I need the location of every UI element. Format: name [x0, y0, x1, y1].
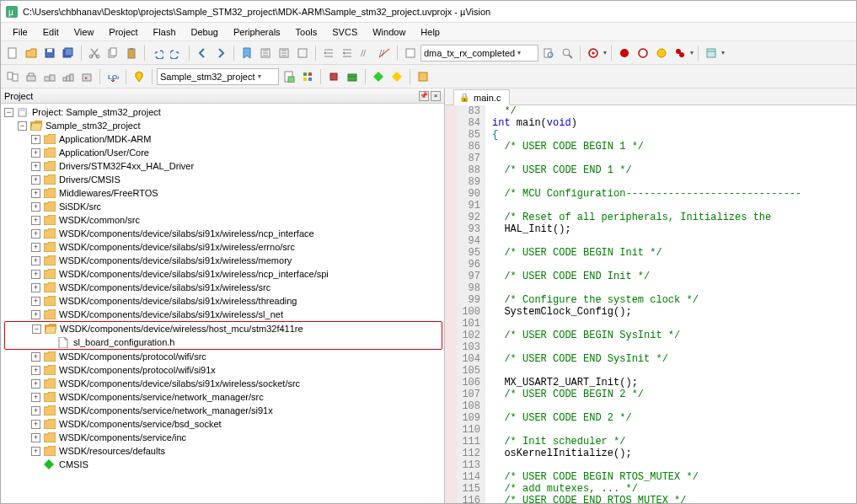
project-tree[interactable]: −Project: Sample_stm32_project−Sample_st… [1, 104, 444, 503]
save-icon[interactable] [41, 45, 58, 62]
menu-item-window[interactable]: Window [366, 25, 412, 39]
nav-forward-icon[interactable] [212, 45, 229, 62]
tree-group[interactable]: +Drivers/STM32F4xx_HAL_Driver [4, 159, 442, 173]
help-icon[interactable] [415, 68, 431, 85]
tree-group[interactable]: +WSDK/components/protocol/wifi/si91x [4, 363, 442, 377]
expand-icon[interactable]: + [31, 352, 40, 362]
menu-item-view[interactable]: View [67, 25, 101, 39]
cut-icon[interactable] [86, 45, 103, 62]
rebuild-icon[interactable] [41, 68, 58, 85]
code-editor[interactable]: 8384858687888990919293949596979899100101… [445, 105, 856, 503]
tree-root[interactable]: −Project: Sample_stm32_project [4, 105, 442, 119]
expand-icon[interactable]: + [31, 379, 40, 389]
tree-group[interactable]: +Application/User/Core [4, 146, 442, 159]
chevron-down-icon[interactable]: ▾ [721, 49, 725, 56]
find-in-files-icon[interactable] [540, 45, 557, 62]
menu-item-help[interactable]: Help [414, 25, 447, 39]
bookmark-next-icon[interactable] [276, 45, 292, 62]
collapse-icon[interactable]: − [18, 121, 27, 131]
expand-icon[interactable]: + [31, 447, 40, 456]
expand-icon[interactable]: + [31, 433, 40, 442]
expand-icon[interactable]: + [31, 202, 40, 212]
tree-group[interactable]: +WSDK/common/src [4, 213, 442, 227]
uncomment-icon[interactable]: // [376, 45, 393, 62]
editor-tab-main-c[interactable]: 🔒 main.c [453, 89, 510, 105]
indent-icon[interactable] [320, 45, 337, 62]
editor-code-lines[interactable]: */int main(void){ /* USER CODE BEGIN 1 *… [485, 105, 801, 503]
breakpoint-enable-icon[interactable] [672, 45, 688, 62]
undo-icon[interactable] [149, 45, 166, 62]
expand-icon[interactable]: + [31, 393, 40, 402]
target-selector[interactable]: Sample_stm32_project ▾ [157, 68, 279, 85]
select-pack-icon[interactable] [325, 68, 342, 85]
tree-group[interactable]: +WSDK/components/device/silabs/si91x/wir… [4, 294, 442, 308]
bookmark-clear-icon[interactable] [294, 45, 311, 62]
expand-icon[interactable]: + [31, 283, 40, 292]
expand-icon[interactable]: + [31, 270, 40, 279]
expand-icon[interactable]: + [31, 256, 40, 265]
tree-group[interactable]: +WSDK/components/device/silabs/si91x/wir… [4, 254, 442, 267]
expand-icon[interactable]: + [31, 189, 40, 198]
menu-item-svcs[interactable]: SVCS [325, 25, 364, 39]
download-icon[interactable]: LOAD [104, 68, 121, 85]
nav-back-icon[interactable] [194, 45, 211, 62]
save-all-icon[interactable] [60, 45, 77, 62]
tree-file[interactable]: sl_board_configuration.h [5, 335, 438, 349]
tree-group[interactable]: +SiSDK/src [4, 200, 442, 213]
unindent-icon[interactable] [339, 45, 356, 62]
target-options-icon[interactable] [131, 68, 147, 85]
chevron-down-icon[interactable]: ▾ [690, 49, 694, 56]
tree-group[interactable]: +WSDK/components/device/silabs/si91x/wir… [4, 308, 442, 321]
expand-icon[interactable]: + [31, 216, 40, 225]
window-layout-icon[interactable] [703, 45, 720, 62]
tree-cmsis[interactable]: CMSIS [4, 458, 442, 471]
diamond-yellow-icon[interactable] [388, 68, 405, 85]
bookmark-prev-icon[interactable] [257, 45, 274, 62]
file-ext-icon[interactable] [281, 68, 297, 85]
expand-icon[interactable]: + [31, 310, 40, 319]
menu-item-edit[interactable]: Edit [36, 25, 66, 39]
expand-icon[interactable]: + [31, 420, 40, 429]
menu-item-file[interactable]: File [6, 25, 35, 39]
menu-item-project[interactable]: Project [102, 25, 144, 39]
pack-installer-icon[interactable] [344, 68, 361, 85]
expand-icon[interactable]: + [31, 175, 40, 185]
tree-group[interactable]: +WSDK/components/service/network_manager… [4, 390, 442, 404]
expand-icon[interactable]: + [31, 297, 40, 306]
tree-group[interactable]: +WSDK/resources/defaults [4, 444, 442, 458]
batch-build-icon[interactable] [60, 68, 77, 85]
menu-item-flash[interactable]: Flash [147, 25, 183, 39]
expand-icon[interactable]: + [31, 162, 40, 171]
tree-group[interactable]: +Drivers/CMSIS [4, 173, 442, 186]
tree-group[interactable]: +WSDK/components/device/silabs/si91x/wir… [4, 240, 442, 254]
tree-group[interactable]: +WSDK/components/protocol/wifi/src [4, 350, 442, 363]
find-combo[interactable]: dma_tx_rx_completed ▾ [420, 45, 538, 62]
copy-icon[interactable] [104, 45, 121, 62]
breakpoint-disable-icon[interactable] [635, 45, 651, 62]
panel-close-icon[interactable]: × [431, 91, 441, 101]
debug-icon[interactable] [585, 45, 602, 62]
menu-item-peripherals[interactable]: Peripherals [227, 25, 287, 39]
tree-group[interactable]: +WSDK/components/device/silabs/si91x/wir… [4, 227, 442, 240]
diamond-green-icon[interactable] [370, 68, 387, 85]
tree-group-open[interactable]: −WSDK/components/device/wireless/host_mc… [5, 322, 438, 335]
expand-icon[interactable]: + [31, 135, 40, 144]
tree-target[interactable]: −Sample_stm32_project [4, 119, 442, 132]
comment-icon[interactable]: // [357, 45, 374, 62]
tree-group[interactable]: +WSDK/components/service/network_manager… [4, 404, 442, 417]
find-icon[interactable] [402, 45, 419, 62]
tree-group[interactable]: +WSDK/components/device/silabs/si91x/wir… [4, 267, 442, 281]
expand-icon[interactable]: + [31, 243, 40, 252]
tree-group[interactable]: +WSDK/components/service/bsd_socket [4, 417, 442, 431]
incremental-find-icon[interactable] [559, 45, 576, 62]
open-icon[interactable] [23, 45, 40, 62]
tree-group[interactable]: +Middlewares/FreeRTOS [4, 186, 442, 200]
expand-icon[interactable]: + [31, 148, 40, 158]
breakpoint-kill-icon[interactable] [653, 45, 670, 62]
panel-pin-icon[interactable]: 📌 [419, 91, 429, 101]
stop-build-icon[interactable]: × [78, 68, 95, 85]
new-file-icon[interactable] [4, 45, 21, 62]
expand-icon[interactable]: + [31, 366, 40, 375]
tree-group[interactable]: +WSDK/components/device/silabs/si91x/wir… [4, 377, 442, 390]
collapse-icon[interactable]: − [4, 108, 13, 117]
